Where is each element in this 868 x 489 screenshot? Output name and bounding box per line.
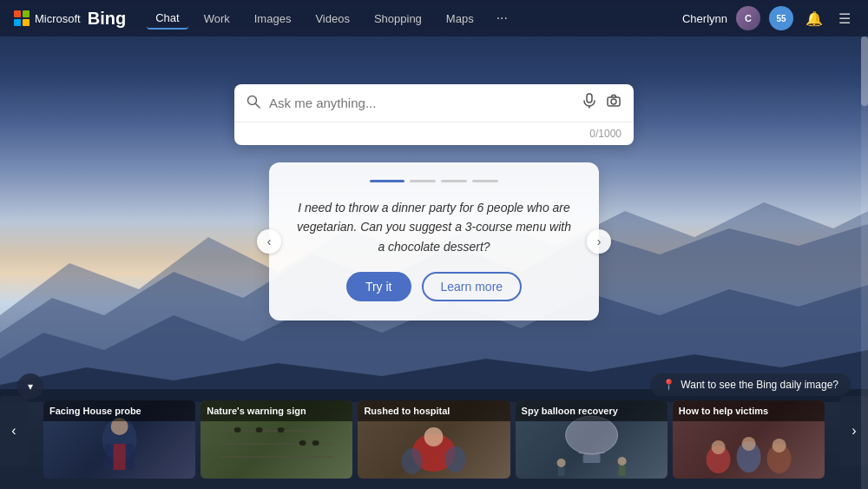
nav-item-images[interactable]: Images — [246, 9, 300, 29]
nav-item-maps[interactable]: Maps — [437, 9, 483, 29]
hamburger-menu-icon[interactable]: ☰ — [835, 7, 854, 30]
location-pin-icon: 📍 — [662, 379, 675, 391]
svg-point-18 — [256, 427, 263, 433]
notifications-icon[interactable]: 🔔 — [802, 7, 826, 30]
nav-more-button[interactable]: ··· — [490, 7, 515, 30]
nav-item-work[interactable]: Work — [195, 9, 239, 29]
svg-point-26 — [565, 416, 617, 454]
svg-line-5 — [256, 103, 260, 108]
try-it-button[interactable]: Try it — [346, 272, 411, 301]
learn-more-button[interactable]: Learn more — [422, 272, 523, 301]
suggestion-actions: Try it Learn more — [295, 272, 573, 301]
camera-search-icon[interactable] — [606, 93, 621, 113]
svg-point-21 — [312, 440, 319, 446]
bottom-section: ▾ 📍 Want to see the Bing daily image? ‹ … — [0, 389, 868, 489]
user-area: Cherlynn C 55 🔔 ☰ — [682, 6, 854, 30]
svg-rect-31 — [557, 467, 564, 476]
svg-point-39 — [772, 439, 786, 453]
news-card-5-title: How to help victims — [673, 400, 825, 421]
microsoft-label: Microsoft — [35, 12, 81, 25]
news-prev-button[interactable]: ‹ — [0, 396, 28, 466]
search-input[interactable] — [269, 96, 573, 110]
microphone-icon[interactable] — [582, 93, 597, 113]
dot-1 — [370, 180, 404, 182]
search-icon — [247, 95, 260, 112]
svg-point-32 — [617, 457, 626, 466]
svg-point-20 — [299, 440, 306, 446]
microsoft-logo-icon — [14, 10, 30, 26]
suggestion-card: ‹ I need to throw a dinner party for 6 p… — [269, 162, 599, 320]
user-name: Cherlynn — [682, 12, 727, 25]
svg-rect-6 — [587, 94, 592, 102]
dot-4 — [472, 180, 498, 182]
search-container: 0/1000 — [234, 84, 634, 145]
bing-label: Bing — [88, 9, 126, 29]
character-count: 0/1000 — [589, 128, 621, 140]
svg-point-24 — [402, 448, 423, 474]
daily-image-label: Want to see the Bing daily image? — [681, 379, 838, 391]
news-card-3[interactable]: Rushed to hospital — [358, 400, 510, 479]
svg-rect-29 — [582, 454, 600, 463]
user-avatar[interactable]: C — [736, 6, 760, 30]
search-top — [234, 84, 634, 122]
scrollbar-thumb[interactable] — [861, 36, 868, 106]
dot-3 — [441, 180, 467, 182]
news-card-2[interactable]: Nature's warning sign — [201, 400, 352, 479]
search-box: 0/1000 — [234, 84, 634, 145]
news-card-1[interactable]: Facing House probe — [43, 400, 195, 479]
news-card-4[interactable]: Spy balloon recovery — [516, 400, 667, 479]
daily-image-button[interactable]: 📍 Want to see the Bing daily image? — [650, 373, 851, 396]
svg-rect-33 — [618, 466, 625, 476]
nav-item-videos[interactable]: Videos — [306, 9, 358, 29]
news-card-5[interactable]: How to help victims — [673, 400, 825, 479]
news-card-1-title: Facing House probe — [43, 400, 195, 421]
suggestion-prev-button[interactable]: ‹ — [257, 229, 281, 254]
progress-dots — [295, 180, 573, 182]
logo-area[interactable]: Microsoft Bing — [14, 9, 126, 29]
suggestion-next-button[interactable]: › — [587, 229, 611, 254]
nav-item-chat[interactable]: Chat — [147, 8, 187, 30]
chevron-down-icon: ▾ — [28, 380, 33, 393]
suggestion-text: I need to throw a dinner party for 6 peo… — [295, 198, 573, 256]
news-card-3-title: Rushed to hospital — [358, 400, 510, 421]
dot-2 — [410, 180, 436, 182]
reward-points-badge[interactable]: 55 — [769, 6, 793, 30]
news-strip: ‹ Facing House probe — [0, 389, 868, 489]
nav-item-shopping[interactable]: Shopping — [365, 9, 431, 29]
svg-point-23 — [424, 427, 444, 446]
svg-point-9 — [611, 99, 616, 104]
scrollbar[interactable] — [861, 36, 868, 489]
navbar: Microsoft Bing Chat Work Images Videos S… — [0, 0, 868, 36]
svg-point-30 — [556, 459, 565, 467]
news-card-2-title: Nature's warning sign — [201, 400, 352, 421]
svg-point-37 — [741, 437, 755, 451]
svg-point-17 — [234, 427, 241, 433]
news-card-4-title: Spy balloon recovery — [516, 400, 667, 421]
search-bottom: 0/1000 — [234, 122, 634, 145]
svg-point-25 — [445, 446, 466, 472]
svg-point-19 — [278, 427, 285, 433]
svg-rect-13 — [114, 444, 126, 470]
svg-point-35 — [711, 440, 725, 454]
